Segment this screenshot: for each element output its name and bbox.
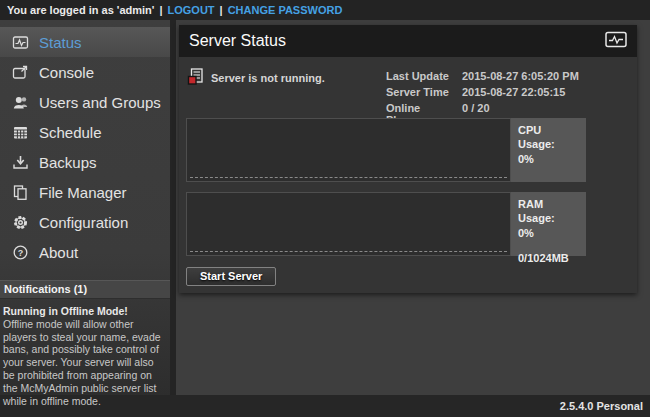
panel-header: Server Status bbox=[179, 25, 637, 57]
ram-usage-label: RAM Usage: bbox=[518, 197, 579, 226]
svg-text:?: ? bbox=[17, 247, 23, 257]
main-area: Server Status Server is not running. Las… bbox=[170, 20, 650, 395]
cpu-usage-value: 0% bbox=[518, 152, 579, 166]
sidebar-item-file-manager[interactable]: File Manager bbox=[0, 177, 170, 207]
cpu-chart-plot-area bbox=[186, 118, 511, 182]
sidebar-item-about[interactable]: ? About bbox=[0, 237, 170, 267]
notifications-header: Notifications (1) bbox=[0, 280, 170, 299]
console-icon bbox=[11, 64, 29, 81]
notification-item: Running in Offline Mode! Offline mode wi… bbox=[0, 299, 170, 411]
activity-icon bbox=[11, 34, 29, 51]
sidebar-item-status[interactable]: Status bbox=[0, 27, 170, 57]
detail-row: Last Update 2015-08-27 6:05:20 PM bbox=[386, 70, 579, 82]
detail-row: Server Time 2015-08-27 22:05:15 bbox=[386, 86, 579, 98]
sidebar-item-users-and-groups[interactable]: Users and Groups bbox=[0, 87, 170, 117]
cpu-usage-label-box: CPU Usage: 0% bbox=[511, 118, 586, 182]
users-icon bbox=[11, 94, 29, 111]
ram-usage-detail: 0/1024MB bbox=[518, 251, 579, 265]
sidebar: Status Console Users and Groups Schedule bbox=[0, 20, 170, 395]
separator: | bbox=[159, 4, 162, 16]
sidebar-item-label: Backups bbox=[39, 154, 97, 171]
detail-value: 2015-08-27 6:05:20 PM bbox=[462, 70, 579, 82]
notification-title: Running in Offline Mode! bbox=[3, 305, 165, 318]
sidebar-menu: Status Console Users and Groups Schedule bbox=[0, 20, 170, 267]
sidebar-item-schedule[interactable]: Schedule bbox=[0, 117, 170, 147]
sidebar-item-label: Configuration bbox=[39, 214, 128, 231]
ram-usage-chart: RAM Usage: 0% 0/1024MB bbox=[186, 192, 586, 256]
calendar-icon bbox=[11, 124, 29, 141]
server-status-panel: Server Status Server is not running. Las… bbox=[179, 25, 637, 293]
cpu-usage-label: CPU Usage: bbox=[518, 123, 579, 152]
gear-icon bbox=[11, 214, 29, 231]
files-icon bbox=[11, 184, 29, 201]
sidebar-item-label: Console bbox=[39, 64, 94, 81]
detail-label: Last Update bbox=[386, 70, 462, 82]
server-status-message: Server is not running. bbox=[187, 68, 325, 87]
download-icon bbox=[11, 154, 29, 171]
ram-usage-label-box: RAM Usage: 0% 0/1024MB bbox=[511, 192, 586, 256]
cpu-usage-chart: CPU Usage: 0% bbox=[186, 118, 586, 182]
logged-in-text: You are logged in as 'admin' bbox=[7, 4, 154, 16]
separator: | bbox=[220, 4, 223, 16]
ram-zero-line bbox=[190, 251, 507, 252]
spacer bbox=[518, 240, 579, 251]
ram-usage-value: 0% bbox=[518, 226, 579, 240]
sidebar-item-console[interactable]: Console bbox=[0, 57, 170, 87]
sidebar-item-label: Schedule bbox=[39, 124, 102, 141]
page-title: Server Status bbox=[189, 32, 286, 50]
sidebar-item-label: Status bbox=[39, 34, 82, 51]
logout-link[interactable]: LOGOUT bbox=[168, 4, 215, 16]
server-stopped-icon bbox=[187, 68, 204, 87]
activity-monitor-icon[interactable] bbox=[605, 31, 627, 52]
sidebar-item-label: File Manager bbox=[39, 184, 127, 201]
sidebar-item-label: About bbox=[39, 244, 78, 261]
detail-label: Server Time bbox=[386, 86, 462, 98]
panel-body: Server is not running. Last Update 2015-… bbox=[179, 57, 637, 293]
topbar: You are logged in as 'admin' | LOGOUT | … bbox=[0, 0, 650, 20]
cpu-zero-line bbox=[190, 177, 507, 178]
start-server-button[interactable]: Start Server bbox=[186, 267, 276, 286]
detail-value: 2015-08-27 22:05:15 bbox=[462, 86, 565, 98]
sidebar-item-configuration[interactable]: Configuration bbox=[0, 207, 170, 237]
change-password-link[interactable]: CHANGE PASSWORD bbox=[228, 4, 343, 16]
ram-chart-plot-area bbox=[186, 192, 511, 256]
help-icon: ? bbox=[11, 244, 29, 261]
status-text: Server is not running. bbox=[211, 72, 325, 84]
version-text: 2.5.4.0 Personal bbox=[560, 400, 643, 412]
sidebar-item-backups[interactable]: Backups bbox=[0, 147, 170, 177]
notification-text: Offline mode will allow other players to… bbox=[3, 318, 161, 407]
notifications-panel: Notifications (1) Running in Offline Mod… bbox=[0, 280, 170, 411]
sidebar-item-label: Users and Groups bbox=[39, 94, 161, 111]
